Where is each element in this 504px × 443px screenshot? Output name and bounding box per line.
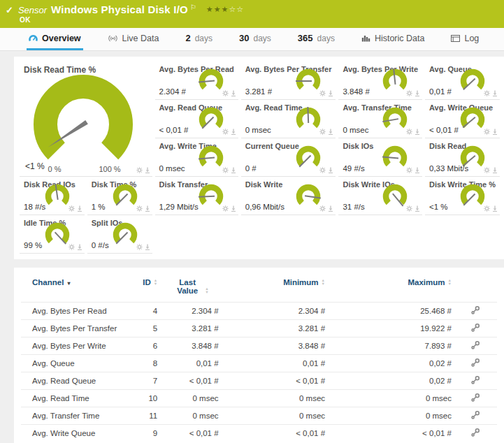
column-header-minimum[interactable]: Minimum▲▼: [222, 277, 328, 303]
edit-channel-icon[interactable]: [470, 340, 480, 350]
pin-icon[interactable]: [77, 244, 82, 250]
cell-channel[interactable]: Avg. Bytes Per Write: [21, 337, 127, 355]
tab-live-data[interactable]: Live Data: [106, 28, 161, 50]
cell-action[interactable]: [454, 303, 497, 320]
tile-action-icons: [69, 205, 82, 212]
gear-icon[interactable]: [319, 205, 326, 212]
gear-icon[interactable]: [484, 167, 490, 173]
gear-icon[interactable]: [406, 167, 412, 173]
gear-icon[interactable]: [484, 90, 490, 96]
cell-channel[interactable]: Avg. Read Queue: [21, 372, 127, 390]
edit-channel-icon[interactable]: [470, 358, 480, 368]
tab-365-days[interactable]: 365days: [296, 28, 337, 50]
tile-action-icons: [406, 205, 420, 212]
pin-icon[interactable]: [328, 205, 333, 212]
sort-icon[interactable]: ▲▼: [154, 279, 157, 286]
edit-channel-icon[interactable]: [470, 323, 480, 333]
cell-action[interactable]: [454, 407, 497, 425]
pin-icon[interactable]: [145, 244, 150, 250]
column-header-id[interactable]: ID▲▼: [127, 277, 160, 303]
column-header-channel[interactable]: Channel▾: [21, 277, 127, 303]
gauge-icon: [29, 34, 38, 42]
edit-channel-icon[interactable]: [470, 393, 480, 402]
cell-channel[interactable]: Avg. Read Time: [21, 390, 127, 407]
gauge-value: 2.304 #: [159, 87, 186, 96]
sort-icon[interactable]: ▲▼: [448, 279, 452, 286]
pin-icon[interactable]: [415, 129, 420, 135]
pin-icon[interactable]: [415, 205, 420, 212]
pin-icon[interactable]: [328, 129, 333, 135]
sort-icon[interactable]: ▲▼: [322, 279, 325, 286]
gear-icon[interactable]: [319, 129, 326, 135]
gear-icon[interactable]: [136, 205, 143, 212]
gear-icon[interactable]: [136, 167, 143, 173]
pin-icon[interactable]: [231, 90, 236, 96]
table-row-avg-write-queue[interactable]: Avg. Write Queue9< 0,01 #< 0,01 #< 0,01 …: [21, 425, 497, 442]
table-row-avg-bytes-per-write[interactable]: Avg. Bytes Per Write63.848 #3.848 #7.893…: [21, 337, 497, 355]
edit-channel-icon[interactable]: [470, 305, 480, 315]
sort-icon[interactable]: ▲▼: [205, 287, 208, 294]
tab-historic-data[interactable]: Historic Data: [359, 28, 427, 50]
table-row-avg-read-queue[interactable]: Avg. Read Queue7< 0,01 #< 0,01 #0,02 #: [21, 372, 497, 390]
pin-icon[interactable]: [492, 129, 498, 135]
cell-channel[interactable]: Avg. Bytes Per Transfer: [21, 320, 127, 337]
tab-30-days[interactable]: 30days: [237, 28, 273, 50]
gear-icon[interactable]: [69, 244, 75, 250]
gear-icon[interactable]: [136, 244, 143, 250]
edit-channel-icon[interactable]: [470, 410, 480, 420]
edit-channel-icon[interactable]: [470, 428, 480, 437]
tile-action-icons: [69, 244, 82, 250]
gear-icon[interactable]: [69, 205, 75, 212]
cell-action[interactable]: [454, 425, 497, 442]
cell-action[interactable]: [454, 355, 497, 372]
column-header-last-value[interactable]: Last Value▲▼: [160, 277, 221, 303]
table-row-avg-bytes-per-read[interactable]: Avg. Bytes Per Read42.304 #2.304 #25.468…: [21, 303, 497, 320]
pin-icon[interactable]: [328, 167, 333, 173]
pin-icon[interactable]: [492, 90, 498, 96]
priority-stars[interactable]: ★★★☆☆: [206, 5, 244, 14]
cell-channel[interactable]: Avg. Write Queue: [21, 425, 127, 442]
table-row-avg-bytes-per-transfer[interactable]: Avg. Bytes Per Transfer53.281 #3.281 #19…: [21, 320, 497, 337]
pin-icon[interactable]: [492, 167, 498, 173]
cell-channel[interactable]: Avg. Queue: [21, 355, 127, 372]
cell-action[interactable]: [454, 320, 497, 337]
cell-channel[interactable]: Avg. Transfer Time: [21, 407, 127, 425]
gear-icon[interactable]: [222, 205, 229, 212]
channel-filter-caret-icon[interactable]: ▾: [67, 280, 70, 286]
gear-icon[interactable]: [484, 205, 490, 212]
cell-channel[interactable]: Avg. Bytes Per Read: [21, 303, 127, 320]
pin-icon[interactable]: [415, 90, 420, 96]
pin-icon[interactable]: [492, 205, 498, 212]
pin-icon[interactable]: [145, 167, 150, 173]
gear-icon[interactable]: [319, 167, 326, 173]
tab-log[interactable]: Log: [449, 28, 481, 50]
pin-icon[interactable]: [231, 205, 236, 212]
gear-icon[interactable]: [319, 90, 326, 96]
pin-icon[interactable]: [77, 205, 82, 212]
column-header-maximum[interactable]: Maximum▲▼: [328, 277, 454, 303]
gear-icon[interactable]: [222, 129, 229, 135]
gear-icon[interactable]: [406, 129, 412, 135]
cell-action[interactable]: [454, 337, 497, 355]
pin-icon[interactable]: [415, 167, 420, 173]
pin-icon[interactable]: [328, 90, 333, 96]
pin-icon[interactable]: [145, 205, 150, 212]
cell-action[interactable]: [454, 390, 497, 407]
cell-action[interactable]: [454, 372, 497, 390]
tab-overview[interactable]: Overview: [27, 28, 83, 50]
gear-icon[interactable]: [222, 167, 229, 173]
pin-icon[interactable]: [231, 129, 236, 135]
tab-2-days[interactable]: 2days: [183, 28, 215, 50]
gear-icon[interactable]: [406, 90, 412, 96]
gauge-needle: [199, 196, 215, 197]
gear-icon[interactable]: [484, 129, 490, 135]
flag-icon[interactable]: ⚐: [190, 3, 196, 11]
gear-icon[interactable]: [406, 205, 412, 212]
gear-icon[interactable]: [222, 90, 229, 96]
table-row-avg-read-time[interactable]: Avg. Read Time100 msec0 msec0 msec: [21, 390, 497, 407]
table-row-avg-transfer-time[interactable]: Avg. Transfer Time110 msec0 msec0 msec: [21, 407, 497, 425]
gauge-value: 0 msec: [159, 164, 185, 173]
table-row-avg-queue[interactable]: Avg. Queue80,01 #0,01 #0,02 #: [21, 355, 497, 372]
edit-channel-icon[interactable]: [470, 375, 480, 385]
pin-icon[interactable]: [231, 167, 236, 173]
